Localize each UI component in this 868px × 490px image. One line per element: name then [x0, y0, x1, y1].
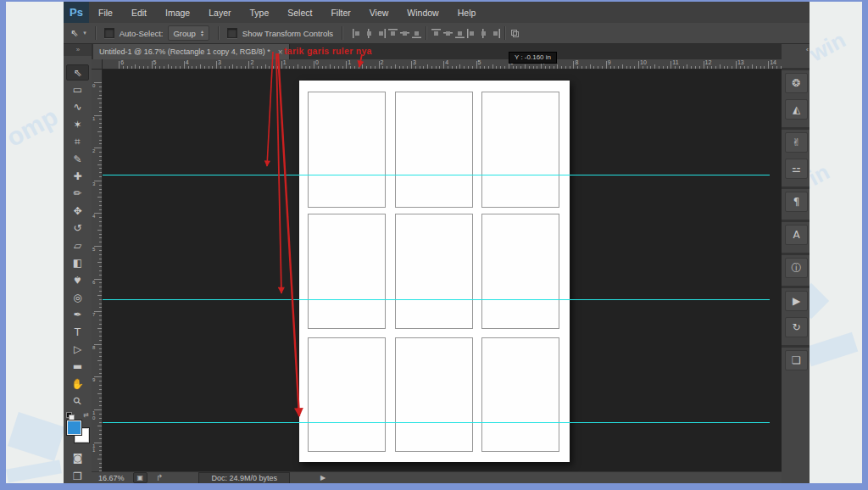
align-icon-r[interactable]	[491, 29, 500, 38]
navigator-panel-icon[interactable]: ❂	[785, 73, 808, 93]
align-icon-t[interactable]	[431, 29, 441, 38]
zoom-level-field[interactable]: 16.67%	[98, 474, 125, 482]
dodge-tool[interactable]: ◎	[66, 289, 89, 305]
character-panel-icon[interactable]: A	[785, 225, 808, 245]
horizontal-guide[interactable]	[103, 299, 770, 300]
show-transform-controls-checkbox[interactable]	[227, 28, 237, 38]
menu-item-select[interactable]: Select	[278, 2, 321, 23]
dock-collapse-icon[interactable]: ‹‹	[806, 46, 807, 53]
menu-item-layer[interactable]: Layer	[199, 2, 240, 23]
ruler-tick	[281, 61, 282, 69]
blur-tool[interactable]: ♠	[66, 272, 89, 288]
menu-item-edit[interactable]: Edit	[122, 2, 156, 23]
menu-item-view[interactable]: View	[360, 2, 398, 23]
ruler-tick	[687, 64, 687, 69]
menu-item-type[interactable]: Type	[240, 2, 278, 23]
tool-preset-caret-icon[interactable]: ▾	[83, 30, 86, 36]
quick-mask-button[interactable]: ◙	[66, 449, 89, 465]
brush-tool[interactable]: ✏	[66, 186, 89, 202]
ruler-number: 13	[737, 59, 744, 65]
info-panel-icon[interactable]: ⓘ	[785, 258, 808, 278]
ruler-tick	[99, 192, 102, 193]
menu-item-help[interactable]: Help	[448, 2, 486, 23]
options-separator	[426, 26, 426, 40]
rectangle-tool[interactable]: ▬	[66, 359, 89, 375]
ruler-tick	[99, 418, 102, 419]
align-icon-b[interactable]	[412, 29, 421, 38]
hand-tool[interactable]: ✋	[66, 376, 89, 392]
menu-item-filter[interactable]: Filter	[321, 2, 359, 23]
ruler-tick	[99, 299, 102, 300]
pen-tool[interactable]: ✒	[66, 307, 89, 323]
document-tab[interactable]: Untitled-1 @ 16.7% (Rectangle 1 copy 4, …	[93, 44, 290, 59]
foreground-color-swatch[interactable]	[67, 420, 81, 435]
ruler-tick	[99, 320, 102, 320]
healing-brush-tool[interactable]: ✚	[66, 168, 89, 184]
align-buttons	[351, 26, 520, 40]
ruler-tick	[496, 66, 497, 69]
history-brush-tool[interactable]: ↺	[66, 220, 89, 237]
actions-panel-icon[interactable]: ▶	[785, 291, 808, 311]
align-icon-l[interactable]	[467, 29, 476, 38]
menu-item-window[interactable]: Window	[398, 2, 448, 23]
ruler-tick	[97, 197, 102, 198]
align-icon-aa[interactable]	[510, 29, 520, 38]
screen-mode-icon: ❐	[73, 471, 82, 482]
align-icon-m[interactable]	[443, 29, 453, 38]
auto-select-target-dropdown[interactable]: Group ▲ ▼	[168, 25, 209, 41]
default-colors-icon[interactable]	[66, 412, 74, 419]
toolbar-collapse-icon[interactable]: ››	[64, 44, 92, 56]
type-tool[interactable]: T	[66, 324, 89, 340]
photoshop-window: Ps FileEditImageLayerTypeSelectFilterVie…	[64, 2, 810, 483]
menu-item-image[interactable]: Image	[156, 2, 199, 23]
ruler-tick	[768, 61, 769, 69]
history-panel-icon[interactable]: ↻	[785, 317, 808, 337]
clone-stamp-tool[interactable]: ✥	[66, 203, 89, 219]
eyedropper-tool[interactable]: ✎	[66, 151, 89, 167]
horizontal-guide[interactable]	[103, 422, 770, 423]
ruler-tick	[99, 401, 102, 402]
ruler-tick	[415, 66, 416, 69]
preview-chip-icon[interactable]: ▣	[133, 472, 148, 483]
menu-item-file[interactable]: File	[89, 2, 122, 23]
auto-select-checkbox[interactable]	[104, 28, 114, 38]
horizontal-ruler[interactable]: 65432101234567891011121314	[103, 59, 782, 70]
ruler-tick	[537, 66, 537, 69]
ruler-number: 3	[413, 59, 416, 65]
path-selection-tool[interactable]: ▷	[66, 341, 89, 357]
marquee-tool-icon: ▭	[73, 84, 82, 96]
vertical-ruler[interactable]: 01234567891 01 1	[92, 70, 103, 471]
ruler-tick	[135, 64, 136, 69]
panel-group-divider	[782, 345, 810, 348]
align-icon-r[interactable]	[376, 29, 386, 38]
ruler-tick	[99, 291, 102, 292]
swap-colors-icon[interactable]: ⇄	[83, 411, 89, 419]
align-icon-c[interactable]	[479, 29, 488, 38]
gradient-tool[interactable]: ◧	[66, 254, 89, 270]
quick-selection-tool[interactable]: ✶	[66, 116, 89, 132]
ruler-tick	[586, 66, 587, 69]
styles-panel-icon[interactable]: ✌	[785, 132, 808, 153]
move-tool[interactable]: ⇖	[66, 64, 89, 81]
tab-close-icon[interactable]: ×	[278, 47, 283, 57]
marquee-tool[interactable]: ▭	[66, 81, 89, 97]
crop-tool[interactable]: ⌗	[66, 134, 89, 150]
align-icon-c[interactable]	[364, 29, 374, 38]
horizontal-guide[interactable]	[103, 175, 770, 175]
layer-comps-panel-icon[interactable]: ❏	[785, 350, 808, 370]
histogram-panel-icon[interactable]: ◭	[785, 99, 808, 120]
status-menu-arrow-icon[interactable]: ▶	[320, 474, 326, 482]
canvas[interactable]	[103, 70, 782, 471]
export-icon[interactable]: ↱	[156, 473, 163, 482]
zoom-tool[interactable]: ⚲	[66, 393, 89, 409]
eraser-tool[interactable]: ▱	[66, 237, 89, 253]
align-icon-m[interactable]	[400, 29, 409, 38]
align-icon-l[interactable]	[353, 29, 362, 38]
screen-mode-button[interactable]: ❐	[66, 468, 89, 484]
tool-presets-panel-icon[interactable]: ⚍	[785, 159, 808, 179]
ruler-tick	[99, 168, 102, 169]
paragraph-panel-icon[interactable]: ¶	[785, 192, 808, 212]
align-icon-b[interactable]	[455, 29, 465, 38]
lasso-tool[interactable]: ∿	[66, 99, 89, 115]
align-icon-t[interactable]	[388, 29, 398, 38]
